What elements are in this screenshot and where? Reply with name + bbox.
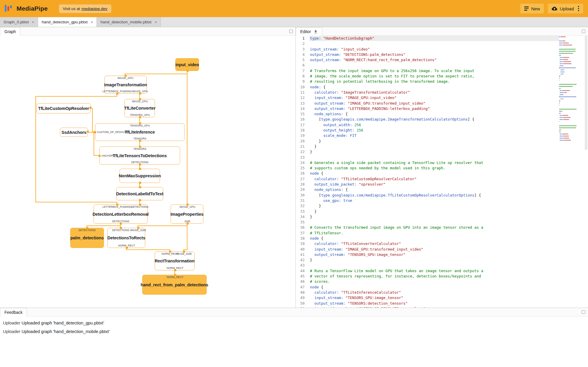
minimap-row: [559, 57, 584, 58]
minimap-row: [559, 123, 584, 124]
code-line: 13 output_stream: "IMAGE_GPU:transformed…: [296, 101, 559, 106]
graph-node-SsdAnchors[interactable]: SsdAnchors: [60, 128, 88, 137]
port-connector: [126, 247, 128, 249]
port-connector: [87, 131, 89, 133]
line-number: 7: [296, 68, 309, 74]
graph-node-TfLiteConverter[interactable]: TfLiteConverterIMAGE_GPUTENSORS_GPU: [125, 99, 155, 117]
editor-scrollbar[interactable]: [584, 36, 588, 308]
line-number: 24: [296, 160, 309, 165]
minimap-row: [559, 67, 584, 68]
expand-panel-icon[interactable]: [582, 310, 585, 314]
file-tab-label: hand_detection_gpu.pbtxt: [42, 20, 87, 24]
feedback-message: Uploaded graph 'hand_detection_mobile.pb…: [22, 329, 110, 334]
code-lines: 1type: "HandDetectionSubgraph"23input_st…: [296, 36, 559, 308]
graph-node-ImageTransformation[interactable]: ImageTransformationIMAGE_GPULETTERBOX_PA…: [104, 76, 147, 94]
close-icon[interactable]: ×: [91, 20, 93, 24]
graph-node-input_video[interactable]: input_video: [175, 58, 199, 71]
minimap-row: [559, 98, 584, 99]
graph-node-TfLiteTensorsToDetections[interactable]: TfLiteTensorsToDetectionsTENSORSDETECTIO…: [99, 147, 180, 165]
port-label: TENSORS_GPU: [130, 124, 150, 127]
code-line: 22}: [296, 149, 559, 155]
mediapipe-logo: [5, 5, 12, 12]
editor-panel-strip: Editor: [296, 27, 588, 36]
line-number: 35: [296, 220, 309, 225]
file-tab-Graph_0.pbtxt[interactable]: Graph_0.pbtxt×: [0, 17, 38, 27]
graph-node-TfLiteCustomOpResolver[interactable]: TfLiteCustomOpResolver: [37, 103, 91, 113]
port-label: IMAGE_GPU: [179, 205, 195, 208]
line-number: 18: [296, 128, 309, 133]
graph-node-DetectionsToRects[interactable]: DetectionsToRectsDETECTIONSIMAGE_SIZENOR…: [107, 228, 145, 248]
code-line: 43: [296, 263, 559, 268]
minimap-row: [559, 55, 584, 56]
code-line: 32 }: [296, 203, 559, 209]
code-line: 24# Generates a single side packet conta…: [296, 160, 559, 165]
expand-panel-icon[interactable]: [582, 30, 585, 33]
code-text: output_stream: "NORM_RECT:hand_rect_from…: [309, 57, 559, 63]
node-label: ImageProperties: [170, 212, 203, 217]
port-connector: [187, 70, 189, 72]
code-text: scale_mode: FIT: [309, 133, 559, 138]
line-number: 42: [296, 257, 309, 263]
line-number: 49: [296, 295, 309, 301]
port-connector: [139, 182, 141, 184]
editor-tab-label: Editor: [300, 29, 311, 34]
code-line: 30 [type.googleapis.com/mediapipe.TfLite…: [296, 193, 559, 198]
graph-node-NonMaxSuppression[interactable]: NonMaxSuppression: [120, 169, 160, 183]
port-connector: [174, 269, 176, 271]
code-text: # Transforms the input image on GPU to a…: [309, 68, 559, 74]
line-number: 20: [296, 139, 309, 144]
node-label: TfLiteTensorsToDetections: [113, 153, 167, 158]
minimap-row: [559, 94, 584, 95]
close-icon[interactable]: ×: [32, 20, 35, 24]
code-line: 7# Transforms the input image on GPU to …: [296, 68, 559, 74]
graph-nodes-layer: input_videoImageTransformationIMAGE_GPUL…: [0, 36, 295, 308]
code-line: 37# TfLiteTensor.: [296, 230, 559, 236]
mediapipe-dev-link[interactable]: mediapipe.dev: [81, 7, 107, 11]
new-button[interactable]: New: [520, 4, 544, 14]
file-tab-hand_detection_mobile.pbtxt[interactable]: hand_detection_mobile.pbtxt×: [97, 17, 161, 27]
graph-node-hand_rect_from_palm_detections[interactable]: hand_rect_from_palm_detectionsNORM_RECT: [142, 275, 207, 295]
scrollbar-thumb[interactable]: [585, 36, 587, 150]
download-icon[interactable]: [313, 30, 318, 34]
code-line: 14 output_stream: "LETTERBOX_PADDING:let…: [296, 106, 559, 111]
visit-us-badge[interactable]: Visit us at mediapipe.dev: [59, 4, 111, 13]
graph-tab[interactable]: Graph: [0, 27, 20, 36]
port-connector: [89, 107, 92, 109]
graph-canvas[interactable]: input_videoImageTransformationIMAGE_GPUL…: [0, 36, 295, 308]
line-number: 31: [296, 198, 309, 203]
expand-panel-icon[interactable]: [289, 30, 293, 33]
minimap-row: [559, 49, 584, 50]
editor-tab[interactable]: Editor: [296, 27, 322, 36]
code-line: 39 calculator: "TfLiteConverterCalculato…: [296, 241, 559, 246]
file-tab-hand_detection_gpu.pbtxt[interactable]: hand_detection_gpu.pbtxt×: [38, 17, 97, 27]
upload-button[interactable]: Upload: [548, 4, 583, 14]
code-text: output_stream: "LETTERBOX_PADDING:letter…: [309, 106, 559, 111]
feedback-tab[interactable]: Feedback: [0, 308, 27, 316]
line-number: 39: [296, 241, 309, 246]
graph-node-DetectionLetterboxRemoval[interactable]: DetectionLetterboxRemovalLETTERBOX_PADDI…: [94, 204, 148, 224]
file-tab-label: hand_detection_mobile.pbtxt: [100, 20, 151, 24]
minimap-row: [559, 84, 584, 85]
node-label: palm_detections: [71, 236, 104, 240]
graph-node-RectTransformation[interactable]: RectTransformationNORM_RECTIMAGE_SIZENOR…: [155, 251, 195, 270]
code-line: 46# scores.: [296, 279, 559, 284]
close-icon[interactable]: ×: [154, 20, 157, 24]
line-number: 15: [296, 111, 309, 117]
editor-minimap[interactable]: [559, 36, 584, 308]
code-text: [type.googleapis.com/mediapipe.TfLiteCus…: [309, 193, 559, 198]
graph-node-palm_detections[interactable]: palm_detectionsDETECTIONS: [70, 228, 104, 248]
minimap-row: [559, 47, 584, 48]
line-number: 10: [296, 85, 309, 90]
code-text: # supports custom ops needed by the mode…: [309, 165, 559, 171]
line-number: 28: [296, 182, 309, 187]
graph-node-ImageProperties[interactable]: ImagePropertiesIMAGE_GPUSIZE: [171, 204, 203, 224]
code-text: }: [309, 144, 559, 149]
line-number: 34: [296, 214, 309, 220]
kebab-menu-icon[interactable]: [578, 6, 579, 11]
line-number: 2: [296, 41, 309, 46]
minimap-row: [559, 125, 584, 126]
code-editor[interactable]: 1type: "HandDetectionSubgraph"23input_st…: [296, 36, 588, 308]
graph-node-TfLiteInference[interactable]: TfLiteInferenceTENSORS_GPUTENSORSCUSTOM_…: [95, 123, 184, 141]
graph-node-DetectionLabelIdToText[interactable]: DetectionLabelIdToText: [116, 187, 163, 200]
code-line: 4output_stream: "DETECTIONS:palm_detecti…: [296, 52, 559, 57]
